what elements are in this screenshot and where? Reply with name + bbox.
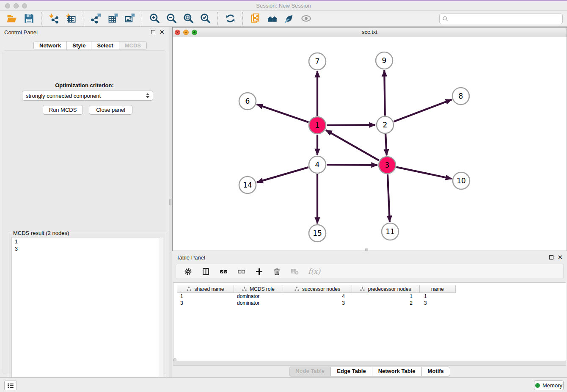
svg-text:6: 6	[245, 97, 250, 105]
column-header-successor-nodes[interactable]: successor nodes	[283, 285, 352, 293]
node-14[interactable]: 14	[239, 177, 256, 193]
task-history-button[interactable]	[4, 381, 17, 390]
column-header-name[interactable]: name	[420, 285, 456, 293]
table-cell[interactable]: 1	[420, 293, 456, 300]
tab-node-table[interactable]: Node Table	[289, 367, 331, 376]
network-close-icon[interactable]: ×	[175, 30, 180, 35]
node-2[interactable]: 2	[377, 116, 394, 133]
tab-network[interactable]: Network	[34, 41, 67, 50]
table-cell[interactable]: dominator	[234, 293, 283, 300]
import-table-icon[interactable]	[62, 12, 79, 25]
zoom-out-icon[interactable]	[163, 12, 180, 25]
mcds-result-scrollbar[interactable]	[159, 237, 163, 391]
tab-style[interactable]: Style	[67, 41, 91, 50]
close-panel-button[interactable]: Close panel	[89, 105, 132, 115]
table-cell[interactable]: 3	[177, 300, 234, 306]
tab-edge-table[interactable]: Edge Table	[331, 367, 372, 376]
svg-text:7: 7	[315, 57, 320, 66]
tab-select[interactable]: Select	[91, 41, 119, 50]
edge-3-11[interactable]	[388, 174, 390, 222]
node-10[interactable]: 10	[453, 172, 470, 189]
tab-network-table[interactable]: Network Table	[372, 367, 422, 376]
check-all-icon[interactable]	[219, 267, 228, 276]
table-row[interactable]: 1dominator411	[177, 293, 456, 300]
edge-3-10[interactable]	[396, 167, 452, 179]
gear-icon[interactable]	[184, 267, 193, 276]
criterion-select[interactable]: strongly connected component	[22, 91, 153, 101]
table-footer-strip	[173, 361, 566, 366]
add-column-icon[interactable]	[255, 267, 264, 276]
edge-4-14[interactable]	[257, 167, 308, 182]
panel-splitter[interactable]	[169, 27, 172, 377]
table-cell[interactable]: dominator	[234, 300, 283, 306]
split-columns-icon[interactable]	[201, 267, 210, 276]
export-network-icon[interactable]	[87, 12, 104, 25]
network-window-titlebar[interactable]: × − + scc.txt	[173, 28, 567, 37]
node-6[interactable]: 6	[239, 93, 256, 110]
home-icon[interactable]	[264, 12, 281, 25]
run-mcds-button[interactable]: Run MCDS	[43, 105, 83, 115]
copy-network-icon[interactable]	[247, 12, 264, 25]
column-header-predecessor-nodes[interactable]: predecessor nodes	[352, 285, 420, 293]
float-table-panel-icon[interactable]	[549, 255, 553, 259]
mcds-result-text[interactable]: 1 3	[11, 237, 160, 392]
table-row[interactable]: 3dominator323	[177, 300, 456, 306]
node-15[interactable]: 15	[309, 225, 326, 242]
edge-1-2[interactable]	[327, 125, 375, 125]
node-8[interactable]: 8	[452, 88, 469, 105]
network-minimize-icon[interactable]: −	[183, 30, 189, 35]
memory-button[interactable]: Memory	[534, 380, 564, 390]
splitter-handle[interactable]	[169, 199, 171, 205]
edge-2-3[interactable]	[385, 134, 387, 155]
edge-2-8[interactable]	[394, 99, 452, 121]
table-cell[interactable]: 1	[177, 293, 234, 300]
app-title: Session: New Session	[0, 1, 567, 10]
column-header-shared-name[interactable]: shared name	[177, 285, 234, 293]
close-table-panel-icon[interactable]: ✕	[557, 255, 563, 259]
tab-motifs[interactable]: Motifs	[422, 367, 450, 376]
export-table-icon[interactable]	[104, 12, 121, 25]
node-7[interactable]: 7	[309, 53, 326, 70]
close-panel-icon[interactable]: ✕	[159, 30, 165, 34]
apply-style-icon[interactable]	[281, 12, 297, 25]
edge-1-6[interactable]	[257, 105, 308, 122]
node-11[interactable]: 11	[382, 223, 399, 240]
close-window-icon[interactable]	[5, 3, 10, 8]
import-network-icon[interactable]	[45, 12, 62, 25]
table-cell[interactable]: 1	[352, 293, 420, 300]
search-box[interactable]	[439, 14, 563, 24]
save-icon[interactable]	[20, 12, 37, 25]
search-input[interactable]	[449, 15, 562, 23]
float-panel-icon[interactable]	[151, 30, 155, 34]
svg-text:4: 4	[315, 160, 320, 169]
tab-mcds[interactable]: MCDS	[119, 41, 146, 50]
edge-4-3[interactable]	[327, 165, 377, 165]
window-resize-handle[interactable]	[365, 248, 368, 251]
uncheck-all-icon[interactable]	[237, 267, 246, 276]
table-cell[interactable]: 4	[283, 293, 352, 300]
zoom-fit-icon[interactable]	[180, 12, 197, 25]
memory-label: Memory	[542, 382, 562, 389]
export-image-icon[interactable]	[121, 12, 138, 25]
network-graph-canvas[interactable]: 1234678910111415	[173, 37, 567, 251]
delete-column-icon[interactable]	[272, 267, 281, 276]
table-cell[interactable]: 3	[283, 300, 352, 306]
svg-text:2: 2	[383, 121, 388, 129]
node-9[interactable]: 9	[376, 52, 393, 69]
open-folder-icon[interactable]	[3, 12, 20, 25]
column-header-MCDS-role[interactable]: MCDS role	[234, 285, 283, 293]
table-cell[interactable]: 3	[420, 300, 456, 306]
node-1-selected[interactable]: 1	[309, 117, 326, 134]
refresh-icon[interactable]	[222, 12, 239, 25]
zoom-window-icon[interactable]	[22, 3, 27, 8]
network-maximize-icon[interactable]: +	[192, 30, 197, 35]
minimize-window-icon[interactable]	[14, 3, 19, 8]
table-cell[interactable]: 2	[352, 300, 420, 306]
zoom-in-icon[interactable]	[146, 12, 163, 25]
edge-3-1[interactable]	[326, 130, 379, 160]
node-4[interactable]: 4	[309, 156, 326, 173]
node-3-selected[interactable]: 3	[379, 157, 396, 174]
edge-2-9[interactable]	[384, 70, 385, 116]
zoom-selected-icon[interactable]	[197, 12, 214, 25]
node-table: shared nameMCDS rolesuccessor nodesprede…	[173, 282, 566, 361]
